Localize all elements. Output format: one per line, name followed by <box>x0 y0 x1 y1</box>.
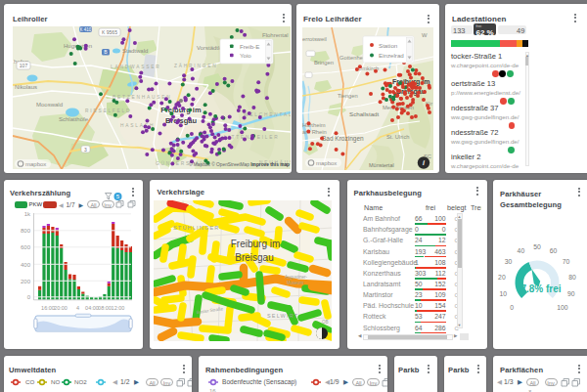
svg-text:ZÄHRINGEN: ZÄHRINGEN <box>174 63 217 68</box>
svg-text:800: 800 <box>21 228 31 234</box>
svg-text:30: 30 <box>505 258 513 265</box>
svg-text:W: W <box>422 32 428 38</box>
svg-text:STÜHLINGER: STÜHLINGER <box>173 225 219 231</box>
svg-text:04:00: 04:00 <box>85 305 99 311</box>
svg-text:SELWIRT: SELWIRT <box>267 313 298 319</box>
svg-text:Einzelrad: Einzelrad <box>379 52 404 59</box>
svg-text:Augustiner-: Augustiner- <box>285 275 308 280</box>
svg-text:Schallstadt: Schallstadt <box>349 110 380 117</box>
svg-text:Nikolaus: Nikolaus <box>15 84 37 90</box>
svg-text:70: 70 <box>563 258 570 265</box>
svg-text:St. Ulrich: St. Ulrich <box>386 134 410 140</box>
svg-text:40: 40 <box>518 247 525 254</box>
svg-text:Museum: Museum <box>287 281 304 285</box>
svg-text:RIESELFELD: RIESELFELD <box>85 109 131 113</box>
svg-text:12:00: 12:00 <box>112 305 125 311</box>
svg-text:400: 400 <box>21 262 31 268</box>
svg-text:Münstertal: Münstertal <box>369 162 394 168</box>
svg-text:OB: OB <box>322 320 329 325</box>
svg-text:BETZENHAUSEN: BETZENHAUSEN <box>113 95 172 100</box>
svg-text:20: 20 <box>498 274 506 281</box>
svg-text:60: 60 <box>550 247 558 254</box>
svg-text:100: 100 <box>557 304 568 311</box>
svg-text:16:00: 16:00 <box>41 305 55 311</box>
svg-text:Bringen: Bringen <box>314 60 334 65</box>
svg-text:08:00: 08:00 <box>98 305 112 311</box>
svg-text:Freib-E: Freib-E <box>240 43 259 50</box>
svg-text:20:00: 20:00 <box>54 305 68 311</box>
svg-text:Yoio: Yoio <box>240 52 251 59</box>
svg-text:Stadtwald: Stadtwald <box>122 48 148 54</box>
svg-text:errotsweil: errotsweil <box>302 36 327 42</box>
svg-text:7.8% frei: 7.8% frei <box>520 283 561 294</box>
svg-text:80: 80 <box>568 274 576 281</box>
svg-text:200: 200 <box>21 279 31 284</box>
svg-text:Schlatthöfe: Schlatthöfe <box>59 116 89 122</box>
svg-text:© Mapbox © OpenStreetMap Impro: © Mapbox © OpenStreetMap Improve this ma… <box>189 161 290 167</box>
svg-text:Station: Station <box>379 42 398 49</box>
svg-text:4: 4 <box>76 305 79 311</box>
svg-text:Flohrental: Flohrental <box>262 32 289 38</box>
svg-text:1k: 1k <box>24 211 31 217</box>
svg-text:mapbox: mapbox <box>316 160 337 166</box>
svg-text:3: 3 <box>84 147 87 152</box>
svg-text:600: 600 <box>21 244 31 250</box>
svg-text:Tiengen: Tiengen <box>338 93 358 99</box>
svg-text:0: 0 <box>27 294 31 300</box>
svg-text:Mooswald: Mooswald <box>36 102 63 108</box>
svg-text:50: 50 <box>533 243 541 250</box>
svg-text:10: 10 <box>500 290 508 297</box>
svg-text:mapbox: mapbox <box>25 161 46 167</box>
svg-text:LANDWASSER: LANDWASSER <box>111 65 160 69</box>
svg-text:K 410: K 410 <box>80 27 92 32</box>
svg-text:Freiburg im: Freiburg im <box>230 239 280 249</box>
svg-text:Hartheim: Hartheim <box>302 122 326 128</box>
svg-text:K 9565: K 9565 <box>102 29 117 35</box>
svg-text:0: 0 <box>510 304 514 311</box>
svg-text:Bad Krozingen: Bad Krozingen <box>322 135 364 143</box>
svg-text:Vorstädtle: Vorstädtle <box>197 45 223 51</box>
svg-text:90: 90 <box>567 290 575 297</box>
svg-text:107: 107 <box>20 63 28 68</box>
svg-text:Breisgau: Breisgau <box>235 252 273 263</box>
